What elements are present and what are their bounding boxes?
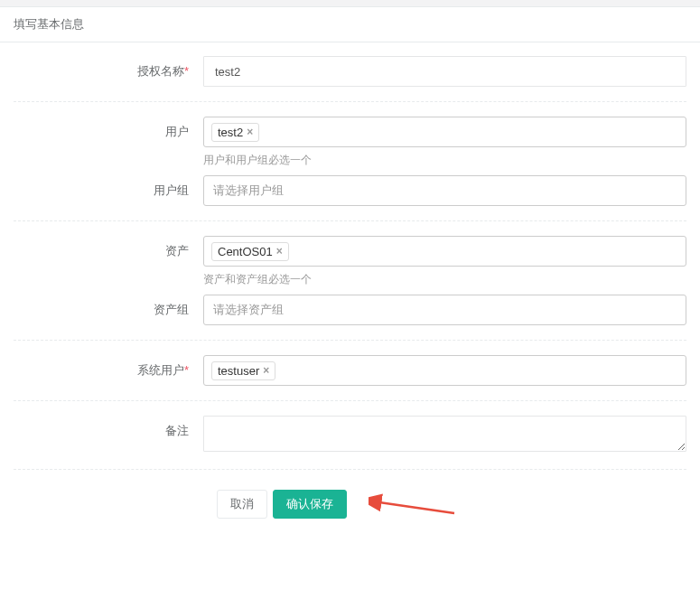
system-user-tag-label: testuser xyxy=(218,364,259,378)
asset-tag: CentOS01 × xyxy=(211,242,289,261)
save-button[interactable]: 确认保存 xyxy=(273,490,347,519)
close-icon[interactable]: × xyxy=(276,245,283,258)
help-user: 用户和用户组必选一个 xyxy=(203,153,686,168)
remark-textarea[interactable] xyxy=(203,416,686,452)
user-group-select[interactable]: 请选择用户组 xyxy=(203,175,686,206)
user-tag: test2 × xyxy=(211,123,259,142)
user-select[interactable]: test2 × xyxy=(203,117,686,147)
divider xyxy=(14,340,686,341)
label-asset-group: 资产组 xyxy=(14,295,203,318)
label-system-user: 系统用户* xyxy=(14,355,203,379)
divider xyxy=(14,469,686,470)
row-user-group: 用户组 请选择用户组 xyxy=(0,175,700,206)
divider xyxy=(14,220,686,221)
label-remark: 备注 xyxy=(14,416,203,439)
divider xyxy=(14,400,686,401)
top-bar xyxy=(0,0,700,7)
label-auth-name-text: 授权名称 xyxy=(137,64,184,78)
label-user-group: 用户组 xyxy=(14,175,203,199)
row-asset: 资产 CentOS01 × 资产和资产组必选一个 xyxy=(0,236,700,287)
cancel-button[interactable]: 取消 xyxy=(217,490,267,519)
required-star: * xyxy=(184,64,189,78)
divider xyxy=(14,101,686,102)
row-user: 用户 test2 × 用户和用户组必选一个 xyxy=(0,117,700,168)
auth-name-input[interactable] xyxy=(203,56,686,87)
form: 授权名称* 用户 test2 × 用户和用户组必选一个 用户组 请选择用户组 资… xyxy=(0,42,700,532)
close-icon[interactable]: × xyxy=(263,364,269,377)
required-star: * xyxy=(184,363,189,377)
button-row: 取消 确认保存 xyxy=(0,490,700,519)
svg-line-1 xyxy=(379,502,454,513)
arrow-icon xyxy=(369,493,459,515)
label-asset: 资产 xyxy=(14,236,203,259)
system-user-tag: testuser × xyxy=(211,361,275,380)
asset-select[interactable]: CentOS01 × xyxy=(203,236,686,267)
asset-tag-label: CentOS01 xyxy=(218,245,273,258)
row-auth-name: 授权名称* xyxy=(0,56,700,87)
system-user-select[interactable]: testuser × xyxy=(203,355,686,386)
close-icon[interactable]: × xyxy=(247,126,253,138)
asset-group-select[interactable]: 请选择资产组 xyxy=(203,295,686,325)
label-user: 用户 xyxy=(14,117,203,140)
label-auth-name: 授权名称* xyxy=(14,56,203,80)
panel-title: 填写基本信息 xyxy=(0,7,700,42)
user-tag-label: test2 xyxy=(218,126,243,139)
row-remark: 备注 xyxy=(0,416,700,454)
row-system-user: 系统用户* testuser × xyxy=(0,355,700,386)
help-asset: 资产和资产组必选一个 xyxy=(203,272,686,287)
label-system-user-text: 系统用户 xyxy=(137,363,184,377)
row-asset-group: 资产组 请选择资产组 xyxy=(0,295,700,325)
